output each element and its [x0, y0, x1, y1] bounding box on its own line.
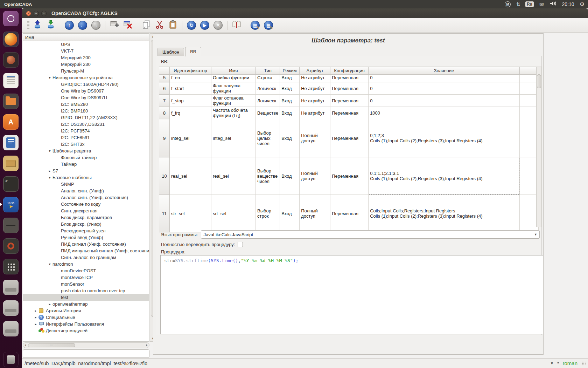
maximize-button[interactable]: ▫ [41, 11, 47, 16]
expander-open-icon[interactable]: ▾ [47, 262, 52, 266]
cell-name[interactable]: srt_sel [211, 195, 256, 232]
tree-item-i2c-pcf8574[interactable]: I2C: PCF8574 [23, 128, 149, 134]
window-titlebar[interactable]: ✕ – ▫ OpenSCADA QTCfg: AGLKS [22, 8, 588, 18]
tree-item-низкоуровневые-устройства[interactable]: ▾Низкоуровневые устройства [23, 74, 149, 81]
cut-item-button[interactable] [154, 20, 165, 31]
column-header-Режим[interactable]: Режим [280, 67, 300, 75]
procedure-code-editor[interactable]: str=SYS.strftime(SYS.time(),"%Y-%m-%d-%H… [160, 255, 543, 334]
cell-mode[interactable]: Вход [280, 119, 300, 157]
cell-mode[interactable]: Вход [280, 195, 300, 232]
cell-value[interactable]: 0.1;1.1;2.1;3.1 Coils (1);Input Coils (2… [369, 157, 520, 195]
column-header-Значение[interactable]: Значение [369, 67, 520, 75]
tree-item-i2c-sht3x[interactable]: I2C: SHT3x [23, 141, 149, 148]
tree-filter-input[interactable] [23, 349, 149, 358]
cell-id[interactable]: f_start [170, 82, 211, 95]
column-header-Конфигурация[interactable]: Конфигурация [330, 67, 369, 75]
tree-item-базовые-шаблоны[interactable]: ▾Базовые шаблоны [23, 174, 149, 181]
cell-type[interactable]: Строка [256, 75, 280, 82]
cell-type[interactable]: Выбор целых чисел [256, 119, 280, 157]
tree-item-состояние-по-коду[interactable]: Состояние по коду [23, 201, 149, 207]
column-header-Имя[interactable]: Имя [211, 67, 256, 75]
tree-item-пид-импульсный-сигнал-униф-состояния-[interactable]: ПИД импульсный сигнал (Униф, состояния) [23, 247, 149, 254]
launcher-item-ubuntu-dash[interactable] [2, 10, 19, 27]
table-edit-button-2[interactable]: ▦✎ [263, 20, 274, 31]
tree-item-диспетчер-модулей[interactable]: Диспетчер модулей [23, 327, 149, 334]
tree-item-monsensor[interactable]: monSensor [23, 281, 149, 287]
cell-attr[interactable]: Полный доступ [300, 157, 330, 195]
launcher-item-office-writer[interactable] [2, 134, 19, 151]
up-level-button[interactable]: ↑ [64, 20, 75, 31]
cell-name[interactable]: Частота обсчёта функции (Гц) [211, 107, 256, 119]
cell-type[interactable]: Выбор веществе чисел [256, 157, 280, 195]
scroll-left-arrow-icon[interactable]: ◂ [24, 343, 26, 347]
cell-config[interactable]: Переменная [330, 107, 369, 119]
cell-attr[interactable]: Не атрибут [300, 95, 330, 107]
cell-value[interactable]: 1000 [369, 107, 520, 119]
refresh-button[interactable]: ↻ [186, 20, 197, 31]
language-combobox[interactable]: JavaLikeCalc.JavaScript ▼ [201, 230, 540, 239]
save-to-db-button[interactable] [45, 20, 56, 31]
table-edit-button-1[interactable]: ▦✎ [250, 20, 261, 31]
delete-item-button[interactable] [122, 20, 133, 31]
tree-item-one-wire-by-ds9097[interactable]: One Wire by DS9097 [23, 88, 149, 94]
cell-config[interactable]: Переменная [330, 82, 369, 95]
sound-indicator-icon[interactable] [550, 1, 556, 8]
tree-item-расходомерный-узел[interactable]: Расходомерный узел [23, 227, 149, 234]
cell-id[interactable]: f_en [170, 75, 211, 82]
column-header-Идентификатор[interactable]: Идентификатор [170, 67, 211, 75]
tree-item-s7[interactable]: ▸S7 [23, 168, 149, 174]
table-row[interactable]: 9integ_selinteg_selВыбор целых чиселВход… [159, 119, 539, 157]
cell-name[interactable]: Ошибка функции [211, 75, 256, 82]
launcher-item-terminal[interactable]: >_ [2, 176, 19, 192]
cell-value[interactable]: Coils;Input Coils;Registers;Input Regist… [369, 195, 520, 232]
go-previous-button[interactable]: ← [77, 20, 88, 31]
tree-item-пид-сигнал-униф-состояния-[interactable]: ПИД сигнал (Униф, состояния) [23, 241, 149, 247]
paste-item-button[interactable] [167, 20, 178, 31]
tree-item-аналог-сигн-униф-состояния-[interactable]: Аналог. сигн. (Униф, состояния) [23, 194, 149, 201]
launcher-item-archive-manager[interactable] [2, 155, 19, 172]
tree-item-mondevicetcp[interactable]: monDeviceTCP [23, 274, 149, 281]
cell-attr[interactable]: Полный доступ [300, 119, 330, 157]
launcher-item-calculator[interactable] [2, 258, 19, 275]
tree-item-меркурий-200[interactable]: Меркурий 200 [23, 54, 149, 61]
tree-item-ups[interactable]: UPS [23, 41, 149, 48]
tree-item-таймер[interactable]: Таймер [23, 161, 149, 168]
tree-hscrollbar[interactable]: ◂ ∶∶∶ ▸ [23, 342, 149, 348]
go-next-button[interactable]: → [90, 20, 102, 31]
cell-id[interactable]: real_sel [170, 157, 211, 195]
expander-closed-icon[interactable]: ▸ [47, 302, 52, 306]
launcher-item-software-center[interactable]: A [2, 114, 19, 130]
tree-item-архивы-история[interactable]: ▸Архивы-История [23, 307, 149, 314]
launcher-item-firefox[interactable] [2, 31, 19, 48]
tree-item-блок-дискр-параметров[interactable]: Блок дискр. параметров [23, 214, 149, 221]
messaging-indicator-icon[interactable]: M [505, 1, 511, 7]
tree-item-push-data-to-narodmon-over-tcp[interactable]: push data to narodmon over tcp [23, 287, 149, 294]
tree-item-i2c-ds1307-ds3231[interactable]: I2C: DS1307,DS3231 [23, 121, 149, 128]
network-indicator-icon[interactable]: ⇅ [516, 1, 520, 7]
cell-config[interactable]: Переменная [330, 95, 369, 107]
tree-item-mondevicepost[interactable]: monDevicePOST [23, 267, 149, 274]
expander-open-icon[interactable]: ▾ [47, 149, 52, 153]
cell-type[interactable]: Логическ [256, 82, 280, 95]
cell-name[interactable]: real_sel [211, 157, 256, 195]
tree-item-аналог-сигн-униф-[interactable]: Аналог. сигн. (Униф) [23, 188, 149, 194]
launcher-item-openscada-app[interactable]: 10.95➤ [2, 196, 19, 213]
copy-item-button[interactable] [141, 20, 152, 31]
expander-open-icon[interactable]: ▾ [47, 76, 52, 80]
tree-hscroll-thumb[interactable]: ∶∶∶ [28, 343, 75, 347]
close-button[interactable]: ✕ [26, 11, 31, 16]
expander-closed-icon[interactable]: ▸ [33, 315, 38, 319]
cell-type[interactable]: Логическ [256, 95, 280, 107]
clock-indicator[interactable]: 20:10 [562, 1, 574, 7]
tree-item-меркурий-230[interactable]: Меркурий 230 [23, 61, 149, 68]
io-table[interactable]: ИдентификаторИмяТипРежимАтрибутКонфигура… [159, 67, 539, 232]
expander-closed-icon[interactable]: ▸ [33, 322, 38, 326]
tree-item-test[interactable]: test [23, 294, 149, 301]
cell-config[interactable]: Переменная [330, 157, 369, 195]
tree-item-i2c-pcf8591[interactable]: I2C: PCF8591 [23, 134, 149, 141]
cell-mode[interactable]: Вход [280, 82, 300, 95]
translate-checkbox[interactable] [238, 242, 243, 247]
table-row[interactable]: 7f_stopФлаг останова функцииЛогическВход… [159, 95, 539, 107]
tree-item-интерфейсы-пользователя[interactable]: ▸Интерфейсы Пользователя [23, 321, 149, 327]
cell-type[interactable]: Выбор строк [256, 195, 280, 232]
